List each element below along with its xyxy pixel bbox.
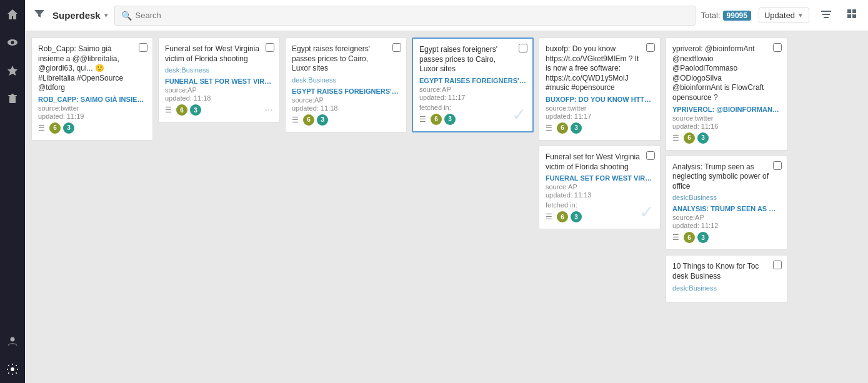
badge-6: 6 (303, 114, 314, 126)
total-label: Total: (701, 11, 720, 20)
svg-rect-3 (9, 96, 16, 103)
card-footer: ☰ 6 3 (672, 132, 781, 144)
app-title-chevron: ▼ (103, 12, 109, 19)
check-watermark: ✓ (639, 202, 654, 222)
svg-rect-13 (847, 14, 851, 18)
card-link[interactable]: YPRIVEROL: @BIOINFORMANT ... (672, 106, 781, 113)
list-icon: ☰ (546, 212, 554, 221)
card-source: source:AP (672, 214, 781, 221)
search-input[interactable] (136, 11, 689, 20)
card-footer: ☰ 6 3 ··· (165, 104, 273, 116)
sidebar-user-icon[interactable] (0, 327, 25, 355)
search-box: 🔍 (114, 6, 696, 26)
card-title: Egypt raises foreigners' passes prices t… (292, 44, 400, 74)
card-fetched: fetched in: (546, 201, 654, 209)
card-updated: updated: 11:17 (419, 94, 526, 101)
sidebar-settings-icon[interactable] (0, 355, 25, 383)
card-link[interactable]: ANALYSIS: TRUMP SEEN AS NEG... (672, 205, 781, 212)
card-footer: ☰ 6 3 (292, 114, 400, 126)
card-desk: desk:Business (672, 284, 781, 292)
sidebar-star-icon[interactable] (0, 56, 25, 84)
card-title: Egypt raises foreigners' passes prices t… (419, 45, 526, 74)
list-icon: ☰ (672, 233, 681, 242)
card-egypt-1[interactable]: Egypt raises foreigners' passes prices t… (285, 37, 407, 132)
list-icon: ☰ (546, 124, 554, 132)
badge-3: 3 (571, 122, 582, 134)
badge-6: 6 (431, 114, 442, 125)
toolbar: Superdesk ▼ 🔍 Total: 99095 Updated ▼ (25, 0, 868, 31)
card-title: Analysis: Trump seen as neglecting symbo… (672, 162, 781, 192)
card-checkbox[interactable] (646, 43, 655, 52)
main-area: Superdesk ▼ 🔍 Total: 99095 Updated ▼ (25, 0, 868, 383)
card-more-button[interactable]: ··· (265, 104, 273, 116)
card-buxofp[interactable]: buxofp: Do you know https://t.co/VGket9M… (539, 37, 661, 141)
toolbar-filter-lines-icon[interactable] (817, 6, 836, 25)
sidebar-home-icon[interactable] (0, 0, 25, 28)
check-watermark: ✓ (512, 104, 526, 125)
total-count: 99095 (723, 11, 751, 21)
card-checkbox[interactable] (139, 43, 147, 52)
card-title: Funeral set for West Virginia victim of … (546, 152, 654, 172)
card-checkbox[interactable] (646, 151, 655, 160)
card-ypriverol[interactable]: ypriverol: @bioinformAnt @nextflowio @Pa… (666, 37, 787, 151)
card-link[interactable]: FUNERAL SET FOR WEST VIRGIN... (165, 77, 273, 85)
card-link[interactable]: EGYPT RAISES FOREIGNERS' PA... (292, 87, 400, 95)
svg-rect-5 (11, 94, 14, 95)
sidebar (0, 0, 25, 383)
svg-rect-11 (847, 9, 851, 13)
card-source: source:twitter (546, 104, 654, 112)
card-column-3: Egypt raises foreigners' passes prices t… (285, 37, 407, 377)
card-checkbox[interactable] (392, 43, 401, 52)
card-footer: ☰ 6 3 (419, 114, 526, 125)
badge-3: 3 (697, 132, 709, 144)
card-footer: ☰ 6 3 (546, 122, 654, 134)
card-link[interactable]: BUXOFP: DO YOU KNOW HTTPS:... (546, 96, 654, 103)
card-funeral-2[interactable]: Funeral set for West Virginia victim of … (539, 146, 661, 229)
card-source: source:twitter (38, 104, 146, 112)
sidebar-trash-icon[interactable] (0, 84, 25, 112)
card-updated: updated: 11:17 (546, 112, 654, 120)
badge-3: 3 (317, 114, 328, 126)
card-desk: desk:Business (292, 76, 400, 84)
card-checkbox[interactable] (773, 43, 782, 52)
list-icon: ☰ (672, 134, 681, 142)
list-icon: ☰ (292, 116, 301, 124)
card-link[interactable]: ROB_CAPP: SAIMO GIÀ INSIEME ... (38, 96, 146, 103)
badge-3: 3 (444, 114, 456, 125)
card-checkbox[interactable] (773, 161, 782, 170)
card-desk: desk:Business (672, 194, 781, 201)
card-title: 10 Things to Know for Toc desk Business (672, 262, 781, 281)
card-updated: updated: 11:19 (38, 112, 146, 120)
card-funeral[interactable]: Funeral set for West Virginia victim of … (158, 37, 280, 122)
svg-rect-9 (822, 14, 830, 15)
card-fetched: fetched in: (419, 104, 526, 111)
card-link[interactable]: EGYPT RAISES FOREIGNERS' PA... (419, 77, 526, 84)
card-checkbox[interactable] (519, 44, 527, 52)
card-link[interactable]: FUNERAL SET FOR WEST VIRGIN... (546, 174, 654, 182)
sidebar-eye-icon[interactable] (0, 28, 25, 56)
card-checkbox[interactable] (773, 261, 782, 269)
app-title[interactable]: Superdesk ▼ (52, 10, 109, 21)
filter-icon[interactable] (31, 6, 47, 25)
badge-3: 3 (571, 211, 582, 222)
card-column-5: buxofp: Do you know https://t.co/VGket9M… (539, 37, 661, 377)
toolbar-grid-icon[interactable] (843, 6, 862, 25)
updated-button[interactable]: Updated ▼ (759, 7, 809, 23)
card-column-4: Egypt raises foreigners' passes prices t… (412, 37, 534, 377)
badge-6: 6 (684, 132, 695, 144)
card-rob-capp[interactable]: Rob_Capp: Saimo già insieme a @@libreita… (31, 37, 153, 141)
card-title: ypriverol: @bioinformAnt @nextflowio @Pa… (672, 44, 781, 103)
card-trump[interactable]: Analysis: Trump seen as neglecting symbo… (666, 156, 787, 251)
svg-marker-2 (7, 66, 17, 76)
card-checkbox[interactable] (266, 43, 274, 52)
card-egypt-2[interactable]: Egypt raises foreigners' passes prices t… (412, 37, 534, 132)
card-updated: updated: 11:18 (292, 104, 400, 112)
card-source: source:twitter (672, 114, 781, 122)
card-footer: ☰ 6 3 (38, 122, 146, 134)
badge-6: 6 (557, 211, 568, 222)
card-ten-things[interactable]: 10 Things to Know for Toc desk Business … (666, 255, 787, 302)
svg-rect-14 (852, 14, 856, 18)
card-column-6: ypriverol: @bioinformAnt @nextflowio @Pa… (666, 37, 787, 377)
total-badge: Total: 99095 (701, 11, 751, 21)
badge-6: 6 (176, 104, 187, 116)
